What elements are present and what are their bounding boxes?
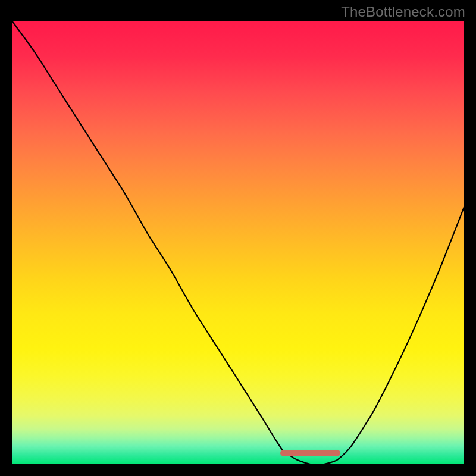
watermark-text: TheBottleneck.com (341, 4, 465, 20)
plot-area (12, 21, 464, 464)
chart-frame: TheBottleneck.com (0, 0, 476, 476)
bottleneck-curve (12, 21, 464, 464)
